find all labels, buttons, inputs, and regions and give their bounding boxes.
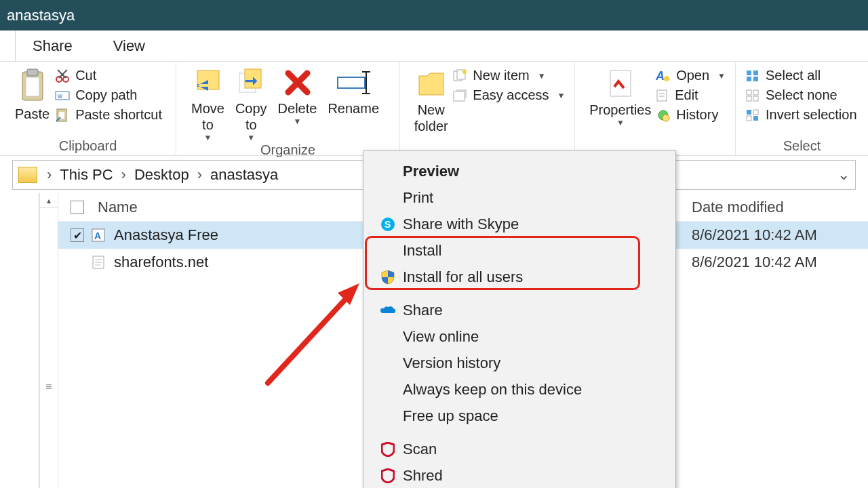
select-all-checkbox[interactable] <box>71 201 84 214</box>
select-all-button[interactable]: Select all <box>745 68 857 83</box>
menu-install[interactable]: Install <box>363 237 675 264</box>
delete-button[interactable]: Delete▼ <box>273 65 323 126</box>
svg-rect-37 <box>753 90 758 95</box>
chevron-right-icon: › <box>121 166 126 184</box>
menu-install-all-users[interactable]: Install for all users <box>363 264 675 290</box>
scroll-grip-icon[interactable]: ≡ <box>45 381 52 393</box>
svg-rect-33 <box>753 70 758 75</box>
copy-path-button[interactable]: w Copy path <box>55 87 162 103</box>
menu-shred[interactable]: Shred <box>363 462 675 488</box>
paste-label: Paste <box>15 106 50 122</box>
cut-button[interactable]: Cut <box>55 68 162 83</box>
rename-button[interactable]: Rename <box>322 65 384 117</box>
new-folder-label: New folder <box>414 102 448 134</box>
new-item-icon <box>452 69 467 83</box>
paste-shortcut-label: Paste shortcut <box>75 107 162 123</box>
file-date: 8/6/2021 10:42 AM <box>692 253 868 271</box>
menu-share[interactable]: Share <box>363 297 675 323</box>
ribbon-group-clipboard: Paste Cut w Copy path Paste shortcut Cli… <box>0 62 176 155</box>
properties-icon <box>606 68 635 99</box>
clipboard-icon <box>18 68 47 103</box>
nav-pane[interactable]: cts hone nts ads <box>0 193 39 488</box>
scroll-up-icon[interactable]: ▴ <box>40 193 58 208</box>
svg-text:A: A <box>656 69 665 83</box>
paste-button[interactable]: Paste <box>9 65 55 122</box>
move-to-icon <box>192 68 223 98</box>
svg-rect-27 <box>657 90 667 101</box>
tab-view[interactable]: View <box>113 37 145 55</box>
svg-rect-39 <box>753 96 758 101</box>
menu-view-online[interactable]: View online <box>363 323 675 350</box>
ribbon-tabstrip: Share View <box>15 30 868 61</box>
edit-button[interactable]: Edit <box>656 87 726 103</box>
menu-free-up-space[interactable]: Free up space <box>363 403 675 429</box>
svg-point-26 <box>664 76 669 81</box>
copy-to-button[interactable]: Copy to▼ <box>230 65 273 142</box>
ribbon-group-open: Properties▼ A Open ▼ Edit History <box>575 62 736 155</box>
font-file-icon: A <box>91 228 106 243</box>
window-titlebar: anastasya <box>0 0 868 30</box>
new-folder-icon <box>415 68 448 99</box>
copy-to-icon <box>235 68 267 98</box>
open-button[interactable]: A Open ▼ <box>656 68 726 83</box>
context-menu: Preview Print S Share with Skype Install… <box>363 150 676 488</box>
copy-path-label: Copy path <box>75 87 137 103</box>
shield-icon <box>377 270 399 285</box>
svg-rect-43 <box>753 116 758 121</box>
menu-version-history[interactable]: Version history <box>363 350 675 376</box>
svg-rect-41 <box>753 110 758 115</box>
breadcrumb-current[interactable]: anastasya <box>210 166 278 184</box>
column-header-date[interactable]: Date modified <box>692 199 868 216</box>
menu-always-keep[interactable]: Always keep on this device <box>363 376 675 403</box>
easy-access-button[interactable]: Easy access ▼ <box>452 87 565 103</box>
breadcrumb-this-pc[interactable]: This PC <box>60 166 113 184</box>
tab-share[interactable]: Share <box>33 37 73 55</box>
select-all-icon <box>745 69 760 83</box>
move-to-label: Move to <box>191 100 224 133</box>
svg-rect-1 <box>27 69 38 76</box>
select-none-button[interactable]: Select none <box>745 87 857 103</box>
breadcrumb-desktop[interactable]: Desktop <box>134 166 189 184</box>
edit-icon <box>656 89 669 102</box>
text-file-icon <box>91 255 106 270</box>
new-folder-button[interactable]: New folder <box>410 65 452 134</box>
cut-label: Cut <box>75 68 96 83</box>
chevron-down-icon[interactable]: ⌄ <box>837 166 850 184</box>
menu-share-skype[interactable]: S Share with Skype <box>363 211 675 237</box>
svg-rect-40 <box>747 110 751 115</box>
edit-label: Edit <box>675 87 698 103</box>
nav-scrollbar[interactable]: ▴ ≡ <box>39 193 58 488</box>
invert-selection-icon <box>745 108 760 122</box>
history-icon <box>656 108 671 122</box>
history-button[interactable]: History <box>656 107 726 123</box>
menu-print[interactable]: Print <box>363 184 675 211</box>
skype-icon: S <box>377 217 399 232</box>
svg-rect-38 <box>747 96 751 101</box>
delete-label: Delete <box>278 100 317 117</box>
ribbon: Paste Cut w Copy path Paste shortcut Cli… <box>0 61 868 156</box>
new-item-label: New item <box>473 68 529 83</box>
select-all-label: Select all <box>766 68 821 83</box>
column-header-name[interactable]: Name <box>98 199 138 216</box>
row-checkbox[interactable]: ✔ <box>71 228 84 242</box>
chevron-right-icon: › <box>197 166 202 184</box>
group-label-select: Select <box>745 138 859 155</box>
group-label-clipboard: Clipboard <box>9 138 166 155</box>
new-item-button[interactable]: New item ▼ <box>452 68 565 83</box>
move-to-button[interactable]: Move to▼ <box>186 65 230 142</box>
svg-rect-36 <box>747 90 751 95</box>
ribbon-group-organize: Move to▼ Copy to▼ Delete▼ Rename Organiz… <box>176 62 400 155</box>
menu-scan[interactable]: Scan <box>363 436 675 462</box>
easy-access-icon <box>452 89 467 102</box>
properties-label: Properties <box>589 102 651 118</box>
svg-rect-35 <box>753 77 758 81</box>
properties-button[interactable]: Properties▼ <box>585 65 656 127</box>
invert-selection-button[interactable]: Invert selection <box>745 107 857 123</box>
open-label: Open <box>676 68 709 83</box>
ribbon-group-select: Select all Select none Invert selection … <box>736 62 868 155</box>
paste-shortcut-button[interactable]: Paste shortcut <box>55 107 162 123</box>
svg-point-22 <box>462 70 467 74</box>
menu-preview[interactable]: Preview <box>363 158 675 184</box>
select-none-icon <box>745 89 760 102</box>
paste-shortcut-icon <box>55 108 70 123</box>
